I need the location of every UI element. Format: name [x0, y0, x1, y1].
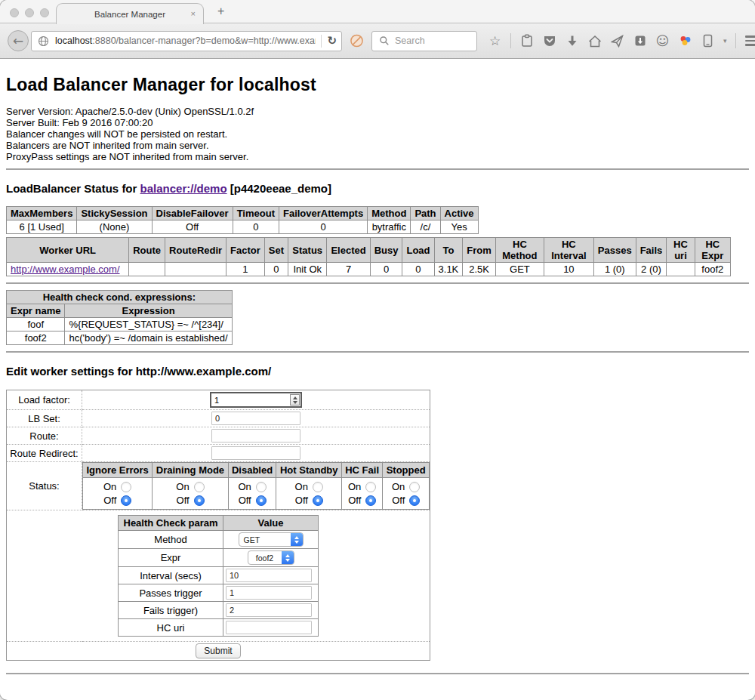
- close-tab-icon[interactable]: ×: [191, 9, 196, 18]
- load-factor-input[interactable]: 1: [210, 392, 302, 408]
- fails-input[interactable]: [226, 603, 312, 617]
- page-content: Load Balancer Manager for localhost Serv…: [0, 59, 755, 699]
- select-stepper-icon: [291, 532, 303, 547]
- divider: [6, 168, 749, 170]
- expr-select[interactable]: foof2: [248, 550, 294, 565]
- radio-hot-standby-on[interactable]: [313, 482, 323, 492]
- device-sync-icon[interactable]: [701, 34, 715, 48]
- number-stepper-icon[interactable]: [290, 394, 300, 406]
- health-check-table: Health Check param Value Method GET: [118, 515, 319, 637]
- radio-stopped-off[interactable]: [409, 495, 420, 506]
- col-header: Method: [368, 207, 411, 220]
- radio-hc-fail-off[interactable]: [365, 495, 376, 506]
- url-text[interactable]: localhost:8880/balancer-manager?b=demo&w…: [55, 35, 316, 46]
- on-label: On: [176, 481, 189, 492]
- home-icon[interactable]: [587, 34, 602, 48]
- reload-icon[interactable]: ↻: [327, 34, 337, 48]
- off-label: Off: [295, 495, 308, 506]
- worker-url-link[interactable]: http://www.example.com/: [11, 264, 120, 275]
- pocket-icon[interactable]: [542, 34, 556, 48]
- lb-set-input[interactable]: [211, 412, 300, 425]
- bookmark-star-icon[interactable]: ☆: [488, 34, 502, 48]
- radio-draining-off[interactable]: [194, 495, 205, 506]
- col-header: From: [463, 238, 496, 263]
- col-header: Fails: [636, 238, 667, 263]
- radio-ignore-errors-off[interactable]: [121, 495, 131, 506]
- form-row-route-redirect: Route Redirect:: [7, 445, 430, 462]
- menu-hamburger-icon[interactable]: [744, 34, 755, 48]
- table-row: http://www.example.com/ 1 0 Init Ok 7 0 …: [7, 263, 731, 276]
- col-header: HC Interval: [544, 238, 593, 263]
- globe-icon: [36, 34, 51, 48]
- send-icon[interactable]: [610, 34, 624, 48]
- hc-uri-input[interactable]: [226, 621, 312, 634]
- load-factor-label: Load factor:: [7, 390, 82, 410]
- url-bar[interactable]: localhost:8880/balancer-manager?b=demo&w…: [31, 31, 342, 51]
- route-redirect-label: Route Redirect:: [7, 445, 82, 462]
- inherit-warning-line: Balancers are NOT inherited from main se…: [6, 140, 749, 151]
- col-header: Route: [129, 238, 165, 263]
- cell-failoverattempts: 0: [279, 220, 367, 234]
- cell-timeout: 0: [233, 220, 279, 234]
- select-stepper-icon: [282, 550, 294, 565]
- download-arrow-icon[interactable]: [565, 34, 579, 48]
- divider: [6, 673, 749, 674]
- new-tab-button[interactable]: +: [217, 5, 224, 18]
- route-input[interactable]: [211, 429, 300, 443]
- balancer-demo-link[interactable]: balancer://demo: [140, 182, 227, 195]
- cell-hc-uri: [667, 263, 695, 276]
- adblock-icon[interactable]: [350, 34, 364, 48]
- radio-draining-on[interactable]: [194, 482, 205, 492]
- balancer-status-heading: LoadBalancer Status for balancer://demo …: [6, 182, 749, 195]
- minimize-window-button[interactable]: [25, 8, 34, 17]
- search-input[interactable]: [395, 35, 470, 46]
- tab-balancer-manager[interactable]: Balancer Manager ×: [56, 3, 204, 24]
- radio-stopped-on[interactable]: [409, 482, 420, 492]
- colorful-extension-icon[interactable]: [678, 34, 692, 48]
- col-header: Expr name: [7, 304, 65, 318]
- radio-disabled-off[interactable]: [256, 495, 267, 506]
- submit-button[interactable]: Submit: [196, 643, 240, 658]
- cell-fails: 2 (0): [636, 263, 667, 276]
- col-header: Active: [440, 207, 478, 220]
- col-header: Status: [288, 238, 327, 263]
- form-row-submit: Submit: [7, 642, 430, 661]
- download-panel-icon[interactable]: [633, 34, 647, 48]
- cell-expression: %{REQUEST_STATUS} =~ /^[234]/: [65, 318, 232, 331]
- radio-ignore-errors-on[interactable]: [121, 482, 131, 492]
- cell-route: [129, 263, 165, 276]
- status-cell-ignore-errors: On Off: [83, 478, 153, 510]
- browser-window: Balancer Manager × + ← localhost:8880/ba…: [0, 0, 755, 700]
- chevron-down-icon[interactable]: ▾: [723, 37, 727, 45]
- cell-hc-expr: foof2: [695, 263, 730, 276]
- col-header: DisableFailover: [152, 207, 233, 220]
- status-cell-disabled: On Off: [228, 478, 276, 510]
- method-select[interactable]: GET: [239, 532, 304, 547]
- col-header: RouteRedir: [165, 238, 226, 263]
- cell-elected: 7: [327, 263, 370, 276]
- radio-disabled-on[interactable]: [256, 482, 267, 492]
- route-redirect-input[interactable]: [211, 446, 300, 460]
- radio-hot-standby-off[interactable]: [313, 495, 323, 506]
- status-cell-draining-mode: On Off: [153, 478, 228, 510]
- passes-input[interactable]: [226, 586, 312, 600]
- balancer-status-table: MaxMembers StickySession DisableFailover…: [6, 206, 479, 234]
- lb-set-label: LB Set:: [7, 410, 82, 427]
- search-bar[interactable]: [371, 31, 477, 51]
- col-header: HC uri: [667, 238, 695, 263]
- back-button[interactable]: ←: [8, 30, 29, 51]
- close-window-button[interactable]: [10, 8, 19, 17]
- interval-input[interactable]: [226, 569, 312, 582]
- cell-expr-name: foof: [7, 318, 65, 331]
- cell-to: 3.1K: [434, 263, 463, 276]
- form-row-lb-set: LB Set:: [7, 410, 430, 427]
- cell-stickysession: (None): [77, 220, 152, 234]
- zoom-window-button[interactable]: [40, 8, 49, 17]
- toolbar-divider-2: [735, 33, 736, 48]
- status-cell-stopped: On Off: [383, 478, 430, 510]
- table-row: foof %{REQUEST_STATUS} =~ /^[234]/: [7, 318, 233, 331]
- forum-smiley-icon[interactable]: ☺: [655, 34, 670, 48]
- col-header: Passes: [593, 238, 636, 263]
- radio-hc-fail-on[interactable]: [365, 482, 376, 492]
- clipboard-icon[interactable]: [519, 34, 534, 48]
